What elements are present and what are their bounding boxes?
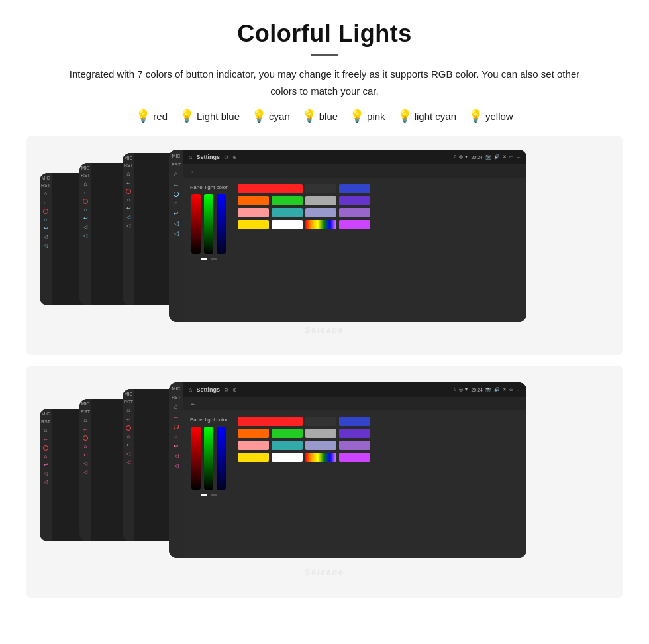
color-cell-lavender[interactable] bbox=[305, 208, 336, 217]
color-cell-teal-b[interactable] bbox=[272, 441, 303, 450]
screen-header: ⌂ Settings ⚙ ⊕ ☾ ◎ ▼ 20:24 📷 🔊 ✕ bbox=[183, 150, 526, 164]
icon-3c: ◁ bbox=[44, 234, 48, 240]
panel-light-color-label: Panel light color bbox=[190, 184, 228, 190]
color-cell-lightgray[interactable] bbox=[305, 196, 336, 205]
screen-content-b: Panel light color bbox=[183, 410, 526, 558]
color-cell-rainbow[interactable] bbox=[305, 220, 336, 229]
red-slider[interactable] bbox=[191, 194, 201, 254]
main-unit-interior-b: MIC RST ⌂ ← ⌂ ↩ ◁ ◁ ⌂ bbox=[169, 382, 526, 558]
header-settings-title: Settings bbox=[196, 154, 220, 160]
mic-label-3: MIC bbox=[42, 176, 50, 180]
dot-1 bbox=[201, 258, 207, 260]
green-slider[interactable] bbox=[204, 194, 213, 254]
small-left-bar-1b: MIC RST ⌂ ← ⌂ ↩ ◁ ◁ bbox=[123, 389, 134, 541]
color-cell-teal[interactable] bbox=[272, 208, 303, 217]
panel-label-b: Panel light color bbox=[190, 417, 228, 423]
time-display: 20:24 bbox=[471, 155, 483, 160]
header-right-b: ☾ ◎ ▼ 20:24 📷 🔊 ✕ ▭ ← bbox=[454, 387, 521, 392]
color-grid bbox=[238, 184, 370, 229]
small-left-bar-2b: MIC RST ⌂ ← ⌂ ↩ ◁ ◁ bbox=[79, 399, 91, 541]
color-cell-red-b[interactable] bbox=[238, 417, 303, 426]
screen-content: Panel light color bbox=[183, 178, 526, 322]
color-cell-orange[interactable] bbox=[238, 196, 269, 205]
header-settings-title-b: Settings bbox=[196, 386, 220, 393]
mic-label-2: MIC bbox=[81, 166, 90, 170]
color-cell-red[interactable] bbox=[238, 184, 303, 193]
color-cell-green[interactable] bbox=[272, 196, 303, 205]
main-unit-left-bar: MIC RST ⌂ ← ⌂ ↩ ◁ ◁ bbox=[169, 150, 183, 322]
color-cell-yellow[interactable] bbox=[238, 220, 269, 229]
back-nav-icon: ← bbox=[517, 155, 521, 160]
color-grid-b bbox=[238, 417, 370, 462]
color-cell-orange-b[interactable] bbox=[238, 429, 269, 438]
watermark-bottom: Seicane bbox=[305, 568, 344, 577]
bulb-red-icon: 💡 bbox=[136, 110, 150, 122]
green-slider-b[interactable] bbox=[204, 427, 213, 490]
screen-nav-b: ← bbox=[183, 397, 526, 410]
main-unit-screen: ⌂ Settings ⚙ ⊕ ☾ ◎ ▼ 20:24 📷 🔊 ✕ bbox=[183, 150, 526, 322]
blue-slider-b[interactable] bbox=[217, 427, 226, 490]
color-cell-blue1[interactable] bbox=[339, 184, 370, 193]
icon-3d: ◁ bbox=[44, 242, 48, 248]
color-name-pink: pink bbox=[367, 111, 385, 122]
screen-nav: ← bbox=[183, 164, 526, 178]
color-label-red: 💡 red bbox=[136, 110, 168, 122]
color-cell-lavender-b[interactable] bbox=[305, 441, 336, 450]
color-cell-rainbow-b[interactable] bbox=[305, 453, 336, 462]
bottom-display-section: MIC RST ⌂ ← ⌂ ↩ ◁ ◁ bbox=[26, 366, 623, 598]
color-cell-white[interactable] bbox=[272, 220, 303, 229]
back-arrow-nav: ← bbox=[190, 168, 197, 175]
color-label-cyan: 💡 cyan bbox=[252, 110, 290, 122]
small-left-bar-3b: MIC RST ⌂ ← ⌂ ↩ ◁ ◁ bbox=[40, 409, 52, 541]
title-section: Colorful Lights Integrated with 7 colors… bbox=[26, 20, 623, 99]
bulb-lightblue-icon: 💡 bbox=[179, 110, 194, 122]
color-name-blue: blue bbox=[319, 111, 338, 122]
small-left-bar-1: MIC RST ⌂ ← ⌂ ↩ ◁ ◁ bbox=[123, 153, 134, 305]
color-cell-white-b[interactable] bbox=[272, 453, 303, 462]
color-cell-green-b[interactable] bbox=[272, 429, 303, 438]
dot-2b bbox=[211, 494, 217, 496]
icon-3b: ↩ bbox=[44, 225, 48, 231]
main-front-unit-bottom: MIC RST ⌂ ← ⌂ ↩ ◁ ◁ ⌂ bbox=[169, 382, 526, 558]
main-unit-interior: MIC RST ⌂ ← ⌂ ↩ ◁ ◁ ⌂ bbox=[169, 150, 526, 322]
color-cell-purple[interactable] bbox=[339, 196, 370, 205]
color-label-lightblue: 💡 Light blue bbox=[179, 110, 240, 122]
color-cell-gray-b[interactable] bbox=[305, 429, 336, 438]
home-icon-3: ⌂ bbox=[44, 190, 47, 197]
square-icon: ▭ bbox=[509, 154, 514, 160]
color-name-lightcyan: light cyan bbox=[415, 111, 456, 122]
rst-label-3: RST bbox=[41, 183, 50, 188]
home-icon-2: ⌂ bbox=[83, 180, 87, 187]
color-cell-pink-b[interactable] bbox=[238, 441, 269, 450]
color-labels-row: 💡 red 💡 Light blue 💡 cyan 💡 blue 💡 pink … bbox=[26, 110, 623, 122]
dot-2 bbox=[211, 258, 217, 260]
color-label-pink: 💡 pink bbox=[350, 110, 385, 122]
color-cell-extra-b[interactable] bbox=[339, 453, 370, 462]
slider-dots bbox=[201, 258, 217, 260]
screen-header-b: ⌂ Settings ⚙ ⊕ ☾ ◎ ▼ 20:24 📷 🔊 ✕ bbox=[183, 382, 526, 397]
color-cell-violet[interactable] bbox=[339, 208, 370, 217]
icon-3a: ⌂ bbox=[44, 217, 48, 223]
bulb-lightcyan-icon: 💡 bbox=[397, 110, 412, 122]
page-container: Colorful Lights Integrated with 7 colors… bbox=[0, 0, 649, 621]
color-cell-extra[interactable] bbox=[339, 220, 370, 229]
red-slider-b[interactable] bbox=[191, 427, 201, 490]
gear-icon: ⚙ bbox=[224, 154, 228, 160]
color-cell-blue-b[interactable] bbox=[339, 417, 370, 426]
color-name-red: red bbox=[153, 111, 168, 122]
color-label-lightcyan: 💡 light cyan bbox=[397, 110, 456, 122]
panel-color-grid-b bbox=[238, 417, 370, 551]
color-name-cyan: cyan bbox=[269, 111, 290, 122]
color-cell-yellow-b[interactable] bbox=[238, 453, 269, 462]
bottom-display-row: MIC RST ⌂ ← ⌂ ↩ ◁ ◁ bbox=[36, 376, 613, 581]
color-cell-violet-b[interactable] bbox=[339, 441, 370, 450]
color-cell-darkgray[interactable] bbox=[305, 184, 336, 193]
color-cell-dark-b[interactable] bbox=[305, 417, 336, 426]
sliders-b bbox=[191, 427, 226, 490]
color-cell-pink[interactable] bbox=[238, 208, 269, 217]
wifi-icon: ⊕ bbox=[232, 154, 237, 160]
color-cell-purple-b[interactable] bbox=[339, 429, 370, 438]
color-name-lightblue: Light blue bbox=[197, 111, 240, 122]
header-left: ⌂ Settings ⚙ ⊕ bbox=[189, 154, 237, 160]
blue-slider[interactable] bbox=[217, 194, 226, 254]
